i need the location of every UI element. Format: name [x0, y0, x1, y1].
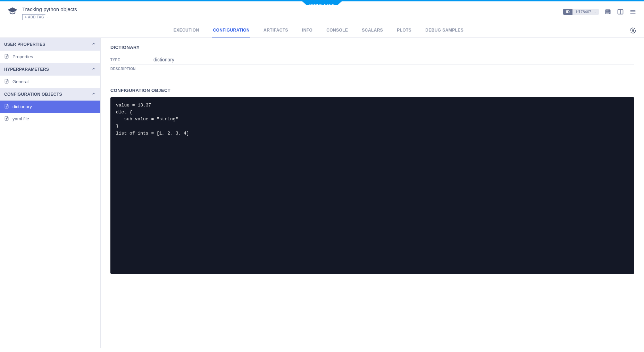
chevron-up-icon — [91, 41, 96, 47]
status-badge: COMPLETED — [302, 1, 342, 5]
sidebar-item-yaml-file[interactable]: yaml file — [0, 113, 100, 125]
tab-configuration[interactable]: CONFIGURATION — [212, 24, 250, 37]
page-title: Tracking python objects — [22, 6, 77, 12]
chevron-up-icon — [91, 66, 96, 72]
sidebar-section-user-properties[interactable]: USER PROPERTIES — [0, 38, 100, 51]
configuration-object-heading: CONFIGURATION OBJECT — [110, 88, 634, 93]
sidebar-item-label: Properties — [12, 54, 33, 59]
tabs-center: EXECUTION CONFIGURATION ARTIFACTS INFO C… — [8, 24, 629, 37]
id-chip[interactable]: ID 1f178467 … — [563, 9, 599, 15]
panel-icon[interactable] — [617, 8, 624, 15]
list-icon[interactable] — [604, 8, 611, 15]
configuration-object-code[interactable]: value = 13.37 dict { sub_value = "string… — [110, 97, 634, 274]
id-chip-label: ID — [563, 9, 572, 15]
file-icon — [4, 104, 9, 110]
svg-rect-2 — [606, 12, 610, 12]
svg-rect-1 — [606, 11, 609, 11]
row-type: TYPE dictionary — [110, 55, 634, 65]
sidebar-item-dictionary[interactable]: dictionary — [0, 101, 100, 113]
header-right: ID 1f178467 … — [563, 8, 636, 15]
sidebar-section-configuration-objects[interactable]: CONFIGURATION OBJECTS — [0, 88, 100, 101]
refresh-icon[interactable] — [629, 27, 636, 34]
sidebar-item-label: General — [12, 79, 28, 84]
content-area: USER PROPERTIES Properties HYPERPARAMETE… — [0, 38, 644, 348]
file-icon — [4, 54, 9, 60]
type-value: dictionary — [153, 57, 174, 62]
sidebar-item-general[interactable]: General — [0, 76, 100, 88]
graduation-cap-icon — [8, 6, 17, 17]
plus-icon: + — [25, 15, 27, 19]
id-chip-value: 1f178467 … — [572, 9, 599, 15]
add-tag-label: ADD TAG — [28, 15, 44, 19]
sidebar-section-hyperparameters[interactable]: HYPERPARAMETERS — [0, 63, 100, 76]
tab-debug-samples[interactable]: DEBUG SAMPLES — [425, 24, 464, 37]
tabs-row: EXECUTION CONFIGURATION ARTIFACTS INFO C… — [0, 24, 644, 38]
svg-rect-3 — [606, 13, 609, 14]
dictionary-heading: DICTIONARY — [110, 45, 634, 50]
sidebar-item-label: yaml file — [12, 116, 29, 121]
tab-artifacts[interactable]: ARTIFACTS — [263, 24, 289, 37]
tab-info[interactable]: INFO — [301, 24, 313, 37]
header-left: Tracking python objects + ADD TAG — [8, 6, 563, 20]
sidebar-item-properties[interactable]: Properties — [0, 51, 100, 63]
tab-plots[interactable]: PLOTS — [396, 24, 412, 37]
tab-scalars[interactable]: SCALARS — [361, 24, 384, 37]
tab-console[interactable]: CONSOLE — [326, 24, 349, 37]
title-block: Tracking python objects + ADD TAG — [22, 6, 77, 20]
tab-execution[interactable]: EXECUTION — [173, 24, 200, 37]
description-label: DESCRIPTION — [110, 67, 153, 71]
row-description: DESCRIPTION — [110, 65, 634, 73]
chevron-up-icon — [91, 91, 96, 97]
sidebar-section-title: USER PROPERTIES — [4, 42, 45, 47]
sidebar-section-title: CONFIGURATION OBJECTS — [4, 92, 62, 97]
file-icon — [4, 116, 9, 122]
sidebar-item-label: dictionary — [12, 104, 32, 109]
main-panel: DICTIONARY TYPE dictionary DESCRIPTION C… — [101, 38, 644, 348]
file-icon — [4, 79, 9, 85]
sidebar: USER PROPERTIES Properties HYPERPARAMETE… — [0, 38, 101, 348]
type-label: TYPE — [110, 58, 153, 62]
add-tag-button[interactable]: + ADD TAG — [22, 14, 48, 20]
sidebar-section-title: HYPERPARAMETERS — [4, 67, 49, 72]
menu-icon[interactable] — [629, 8, 636, 15]
